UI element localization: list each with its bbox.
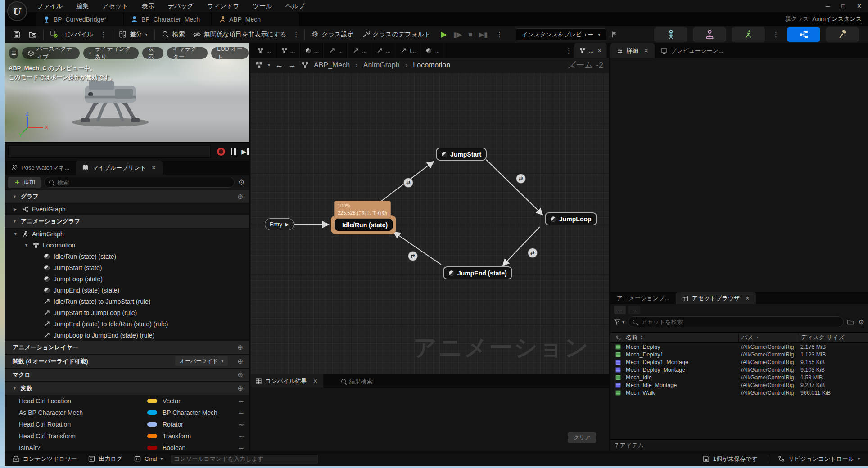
preview-viewport[interactable]: X Z Y ☰ パースペクティブ ◐ ライティングあり 表示: [5, 43, 249, 142]
graph-doc-tab[interactable]: ...: [420, 43, 444, 58]
clear-button[interactable]: クリア: [568, 432, 596, 443]
timeline-scrubber[interactable]: [8, 145, 211, 158]
graph-type-icon[interactable]: [256, 62, 262, 68]
menu-item[interactable]: ツール: [253, 2, 272, 10]
transition-rule-icon[interactable]: ⇄: [403, 178, 413, 188]
entry-node[interactable]: Entry ▶: [265, 218, 294, 230]
back-button[interactable]: ←: [614, 306, 626, 314]
menu-item[interactable]: ヘルプ: [285, 2, 305, 10]
tree-item[interactable]: ▶ EventGraph: [5, 203, 249, 215]
debug-filter-button[interactable]: [606, 26, 622, 43]
expander-arrow[interactable]: ▼: [24, 243, 29, 248]
tree-item[interactable]: JumpEnd (state) to Idle/Run (state) (rul…: [5, 318, 249, 329]
add-function-icon[interactable]: ⊕: [237, 357, 243, 365]
viewport-menu-icon[interactable]: ☰: [9, 47, 18, 59]
revision-control-dropdown[interactable]: リビジョンコントロール ▾: [773, 451, 864, 467]
variable-visibility-icon[interactable]: ∼: [238, 444, 244, 451]
variable-visibility-icon[interactable]: ∼: [238, 397, 244, 405]
results-search-input[interactable]: [349, 378, 609, 385]
variable-type-pill[interactable]: [147, 434, 157, 438]
entry-output-pin[interactable]: ▶: [285, 222, 289, 227]
asset-row[interactable]: Mech_Deploy /All/Game/ControlRig 2.176 M…: [610, 343, 868, 351]
section-expander-icon[interactable]: ▼: [13, 194, 17, 199]
diff-button[interactable]: 差分 ▾: [115, 26, 152, 43]
step-frame-icon[interactable]: ▮▶: [453, 31, 462, 39]
breadcrumb-current[interactable]: Locomotion: [413, 61, 450, 69]
save-button[interactable]: [9, 26, 25, 43]
forward-button[interactable]: →: [628, 306, 640, 314]
maximize-button[interactable]: □: [841, 3, 845, 9]
play-icon[interactable]: ▶: [441, 30, 447, 39]
asset-row[interactable]: Mech_Deploy1_Montage /All/Game/ControlRi…: [610, 358, 868, 366]
transition-rule-icon[interactable]: ⇄: [528, 248, 538, 258]
asset-row[interactable]: Mech_Deploy_Montage /All/Game/ControlRig…: [610, 366, 868, 374]
character-dropdown[interactable]: キャラクター: [167, 47, 208, 59]
menu-item[interactable]: 表示: [142, 2, 154, 10]
menu-item[interactable]: 編集: [76, 2, 89, 10]
forward-arrow-icon[interactable]: →: [289, 61, 296, 70]
jumpend-state-node[interactable]: JumpEnd (state): [443, 266, 512, 279]
section-functions[interactable]: 関数 (4 オーバーライド可能) オーバーライド ▾ ⊕: [5, 354, 249, 368]
settings-gear-icon[interactable]: ⚙: [238, 179, 245, 186]
variable-visibility-icon[interactable]: ∼: [238, 420, 244, 429]
graph-doc-tab[interactable]: ...: [252, 43, 276, 58]
close-tab-icon[interactable]: ✕: [597, 48, 602, 54]
column-path[interactable]: パス ▲: [738, 333, 798, 342]
variable-visibility-icon[interactable]: ∼: [238, 432, 244, 441]
mesh-mode-button[interactable]: [693, 27, 726, 42]
asset-row[interactable]: Mech_Idle /All/Game/ControlRig 1.58 MiB: [610, 374, 868, 381]
tree-item[interactable]: JumpStart (state): [5, 262, 249, 273]
minimize-button[interactable]: ─: [826, 3, 830, 9]
tab-animation-blueprint[interactable]: アニメーションブ...: [610, 292, 676, 304]
menu-item[interactable]: ファイル: [37, 2, 63, 10]
tree-item[interactable]: JumpLoop (state): [5, 273, 249, 284]
section-expander-icon[interactable]: ▼: [13, 219, 17, 224]
tree-item[interactable]: ▼ AnimGraph: [5, 228, 249, 239]
breadcrumb-root[interactable]: ABP_Mech: [314, 61, 350, 69]
filter-dropdown[interactable]: ▾: [614, 319, 624, 325]
tab-overflow-icon[interactable]: ⋮: [563, 47, 574, 55]
preview-instance-dropdown[interactable]: インスタンスをプレビュー ▾: [516, 28, 606, 40]
unsaved-assets-button[interactable]: 1個が未保存です: [698, 451, 762, 467]
tree-item[interactable]: JumpEnd (state) (state): [5, 284, 249, 296]
asset-search-input[interactable]: [641, 319, 839, 325]
idle-run-state-node[interactable]: Idle/Run (state): [335, 219, 393, 231]
expander-arrow[interactable]: ▶: [14, 207, 18, 212]
section-variables[interactable]: ▼ 変数 ⊕: [5, 382, 249, 395]
back-arrow-icon[interactable]: ←: [276, 61, 283, 70]
tab-preview-scene[interactable]: プレビューシーン...: [655, 43, 730, 58]
add-variable-icon[interactable]: ⊕: [237, 384, 243, 392]
graph-doc-tab-active[interactable]: ... ✕: [574, 43, 607, 58]
add-animation-layer-icon[interactable]: ⊕: [237, 343, 243, 351]
variable-type-pill[interactable]: [147, 399, 157, 403]
add-graph-icon[interactable]: ⊕: [237, 193, 243, 201]
console-command-input[interactable]: [174, 455, 315, 462]
variable-row[interactable]: Head Ctrl Rotation Rotator ∼: [5, 418, 249, 430]
graph-doc-tab[interactable]: ...: [276, 43, 300, 58]
variable-row[interactable]: Head Ctrl Transform Transform ∼: [5, 430, 249, 442]
graph-doc-tab[interactable]: ...: [371, 43, 395, 58]
asset-row[interactable]: Mech_Walk /All/Game/ControlRig 966.011 K…: [610, 389, 868, 396]
variable-row[interactable]: IsInAir? Boolean ∼: [5, 442, 249, 451]
stop-icon[interactable]: ■: [468, 31, 472, 38]
browser-settings-icon[interactable]: ⚙: [859, 319, 864, 325]
animation-mode-options-icon[interactable]: ⋮: [770, 31, 782, 39]
section-animation-graphs[interactable]: ▼ アニメーショングラフ ⊕: [5, 215, 249, 228]
section-animation-layers[interactable]: アニメーションレイヤー ⊕: [5, 341, 249, 354]
section-expander-icon[interactable]: ▼: [13, 386, 17, 391]
tab-my-blueprint[interactable]: マイブループリント ✕: [76, 161, 163, 175]
tree-item[interactable]: JumpLoop to JumpEnd (state) (rule): [5, 329, 249, 341]
show-dropdown[interactable]: 表示: [142, 47, 163, 59]
asset-editor-tab[interactable]: BP_Character_Mech ✕: [124, 12, 212, 26]
variable-type-pill[interactable]: [147, 422, 157, 427]
cmd-dropdown[interactable]: Cmd ▾: [130, 451, 167, 467]
perspective-dropdown[interactable]: パースペクティブ: [22, 47, 80, 59]
column-revision-icon[interactable]: [610, 335, 626, 340]
column-size[interactable]: ディスク サイズ: [798, 333, 868, 342]
graph-doc-tab[interactable]: ...: [348, 43, 371, 58]
tab-compile-results[interactable]: コンパイル結果 ✕: [250, 374, 323, 388]
close-tab-icon[interactable]: ✕: [644, 48, 648, 54]
chevron-down-icon[interactable]: ▾: [268, 63, 270, 68]
class-settings-button[interactable]: ⚙ クラス設定: [307, 26, 357, 43]
variable-type-pill[interactable]: [147, 410, 157, 415]
